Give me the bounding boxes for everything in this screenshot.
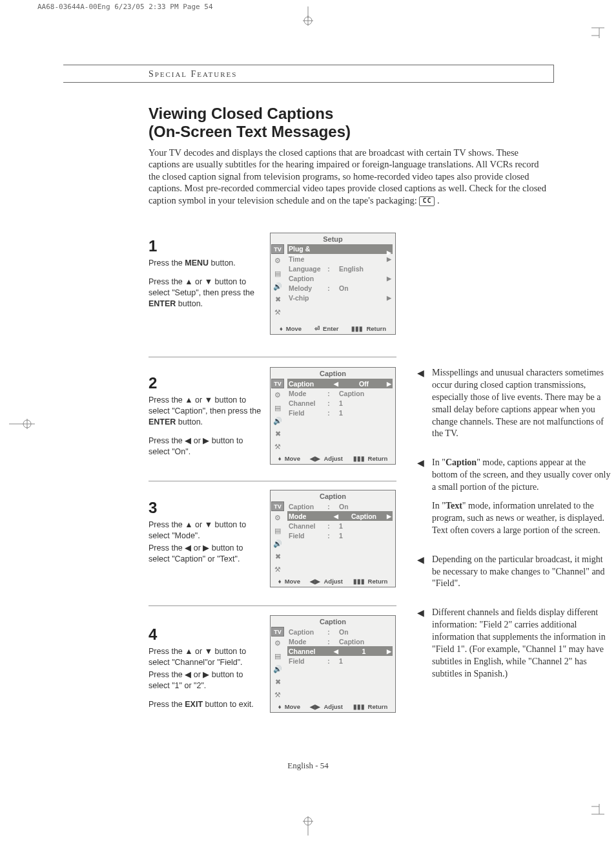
note-arrow-icon: ◀	[417, 457, 424, 536]
osd-row: Channel:1	[287, 398, 393, 408]
osd-tab-icon: ▤	[271, 649, 284, 662]
osd-screenshot-4: CaptionTV⚙▤🔊✖⚒Caption:OnMode:CaptionChan…	[270, 615, 396, 713]
intro-paragraph: Your TV decodes and displays the closed …	[149, 147, 549, 207]
crop-mark-left	[9, 417, 35, 430]
section-header-bar: SPECIAL FEATURES	[63, 65, 554, 83]
osd-tab-icon: ⚒	[271, 688, 284, 701]
osd-row: Channel:1	[287, 521, 393, 531]
osd-row: Caption:On	[287, 501, 393, 511]
osd-tab-icon: 🔊	[271, 280, 284, 293]
step-number: 1	[149, 236, 265, 257]
osd-tab-icon: ✖	[271, 675, 284, 688]
cc-symbol-icon: CC	[419, 196, 435, 206]
osd-row: Plug & Play▶	[287, 244, 393, 254]
osd-title: Caption	[271, 616, 395, 627]
osd-tab-icon: ✖	[271, 293, 284, 306]
osd-tab-icon: ⚒	[271, 563, 284, 576]
osd-row: Time▶	[287, 254, 393, 264]
page-title: Viewing Closed Captions (On-Screen Text …	[149, 105, 575, 142]
print-job-header: AA68-03644A-00Eng 6/23/05 2:33 PM Page 5…	[37, 3, 213, 11]
osd-tab-icon: TV	[271, 501, 284, 511]
note-2: ◀ In "Caption" mode, captions appear at …	[417, 457, 611, 536]
osd-row: Caption◀Off▶	[287, 379, 393, 388]
osd-footer: ♦Move⏎Enter▮▮▮Return	[271, 323, 395, 334]
osd-footer: ♦Move◀▶Adjust▮▮▮Return	[271, 701, 395, 712]
osd-tab-icon: ⚙	[271, 511, 284, 524]
step-divider	[149, 357, 396, 357]
osd-tab-icon: ⚒	[271, 440, 284, 453]
note-arrow-icon: ◀	[417, 367, 424, 440]
osd-tab-icon: ▤	[271, 401, 284, 414]
note-3: ◀ Depending on the particular broadcast,…	[417, 554, 611, 591]
osd-rows: Caption:OnMode◀Caption▶Channel:1Field:1	[285, 501, 395, 576]
step-3: 3 Press the ▲ or ▼ button to select "Mod…	[149, 498, 265, 565]
osd-tab-icon: ✖	[271, 550, 284, 563]
osd-tab-icon: TV	[271, 379, 284, 388]
osd-row: Melody:On	[287, 283, 393, 293]
osd-row: Channel◀1▶	[287, 646, 393, 656]
osd-panel: CaptionTV⚙▤🔊✖⚒Caption◀Off▶Mode:CaptionCh…	[270, 367, 396, 465]
osd-screenshot-1: SetupTV⚙▤🔊✖⚒Plug & Play▶Time▶Language:En…	[270, 233, 396, 335]
osd-rows: Caption:OnMode:CaptionChannel◀1▶Field:1	[285, 627, 395, 701]
osd-panel: CaptionTV⚙▤🔊✖⚒Caption:OnMode◀Caption▶Cha…	[270, 490, 396, 587]
osd-tab-icon: TV	[271, 627, 284, 637]
osd-tab-icon: ⚙	[271, 637, 284, 649]
osd-tab-icon: ⚙	[271, 254, 284, 267]
osd-tab-icon: ▤	[271, 267, 284, 280]
osd-side-tabs: TV⚙▤🔊✖⚒	[271, 379, 285, 453]
page-footer: English - 54	[0, 761, 616, 771]
crop-corner-tr	[591, 25, 610, 38]
osd-row: Mode◀Caption▶	[287, 511, 393, 521]
osd-row: Mode:Caption	[287, 388, 393, 398]
note-4: ◀ Different channels and fields display …	[417, 607, 611, 680]
osd-tab-icon: TV	[271, 244, 284, 254]
step-divider	[149, 481, 396, 481]
note-1: ◀ Misspellings and unusual characters so…	[417, 367, 611, 440]
osd-panel: SetupTV⚙▤🔊✖⚒Plug & Play▶Time▶Language:En…	[270, 233, 396, 335]
osd-tab-icon: 🔊	[271, 662, 284, 675]
osd-tab-icon: ⚒	[271, 306, 284, 319]
osd-side-tabs: TV⚙▤🔊✖⚒	[271, 627, 285, 701]
osd-title: Setup	[271, 233, 395, 244]
crop-mark-top	[302, 6, 314, 26]
osd-title: Caption	[271, 490, 395, 501]
step-4: 4 Press the ▲ or ▼ button to select "Cha…	[149, 624, 265, 710]
osd-footer: ♦Move◀▶Adjust▮▮▮Return	[271, 453, 395, 464]
osd-rows: Plug & Play▶Time▶Language:EnglishCaption…	[285, 244, 395, 323]
step-2: 2 Press the ▲ or ▼ button to select "Cap…	[149, 373, 265, 458]
osd-side-tabs: TV⚙▤🔊✖⚒	[271, 501, 285, 576]
section-header-text: SPECIAL FEATURES	[149, 69, 237, 79]
osd-rows: Caption◀Off▶Mode:CaptionChannel:1Field:1	[285, 379, 395, 453]
step-number: 2	[149, 373, 265, 394]
step-1: 1 Press the MENU button. Press the ▲ or …	[149, 236, 265, 310]
osd-tab-icon: 🔊	[271, 414, 284, 427]
osd-row: Caption▶	[287, 273, 393, 283]
osd-side-tabs: TV⚙▤🔊✖⚒	[271, 244, 285, 323]
osd-screenshot-3: CaptionTV⚙▤🔊✖⚒Caption:OnMode◀Caption▶Cha…	[270, 490, 396, 587]
osd-tab-icon: 🔊	[271, 537, 284, 550]
osd-row: Field:1	[287, 531, 393, 540]
page-content: SPECIAL FEATURES Viewing Closed Captions…	[65, 65, 575, 206]
osd-title: Caption	[271, 368, 395, 379]
osd-row: Mode:Caption	[287, 637, 393, 646]
osd-tab-icon: ▤	[271, 524, 284, 537]
note-arrow-icon: ◀	[417, 607, 424, 680]
osd-row: Field:1	[287, 656, 393, 666]
step-number: 3	[149, 498, 265, 518]
osd-screenshot-2: CaptionTV⚙▤🔊✖⚒Caption◀Off▶Mode:CaptionCh…	[270, 367, 396, 465]
note-arrow-icon: ◀	[417, 554, 424, 591]
step-divider	[149, 605, 396, 606]
osd-row: Caption:On	[287, 627, 393, 637]
osd-panel: CaptionTV⚙▤🔊✖⚒Caption:OnMode:CaptionChan…	[270, 615, 396, 713]
osd-tab-icon: ⚙	[271, 388, 284, 401]
step-number: 4	[149, 624, 265, 645]
crop-mark-bottom	[302, 816, 314, 836]
side-notes: ◀ Misspellings and unusual characters so…	[417, 367, 611, 697]
osd-footer: ♦Move◀▶Adjust▮▮▮Return	[271, 576, 395, 587]
osd-tab-icon: ✖	[271, 427, 284, 440]
osd-row: V-chip▶	[287, 293, 393, 302]
osd-row: Field:1	[287, 408, 393, 417]
crop-corner-br	[591, 804, 610, 817]
osd-row: Language:English	[287, 264, 393, 273]
